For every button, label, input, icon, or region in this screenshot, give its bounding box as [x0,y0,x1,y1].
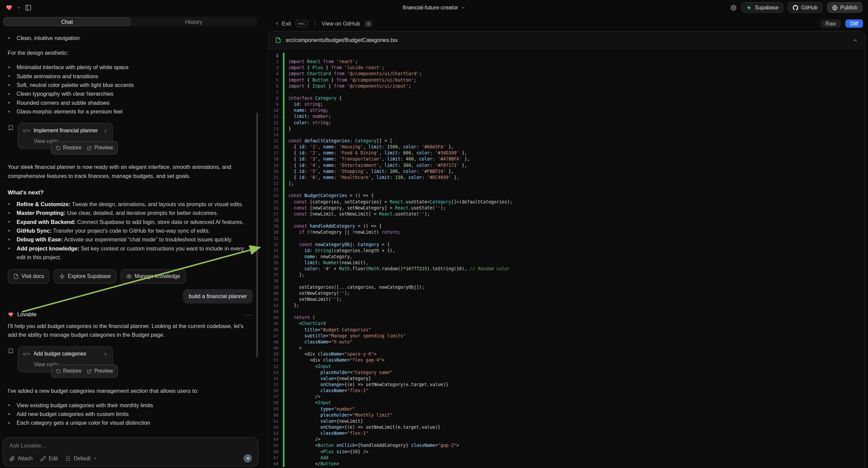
bullet-item: Minimalist interface with plenty of whit… [16,63,253,72]
added-bullet-list: View existing budget categories with the… [8,401,253,428]
settings-gear-icon[interactable] [731,4,737,11]
publish-label: Publish [840,4,857,10]
code-line: 38 [269,278,865,284]
chat-messages: Clean, intuitive navigation For the desi… [0,29,261,433]
code-line: 15const defaultCategories: Category[] = … [269,138,865,144]
manage-knowledge-button[interactable]: Manage knowledge [121,269,186,284]
bullet-item: Soft, neutral color palette with light b… [16,81,253,90]
next-step-item: Master Prompting: Use clear, detailed, a… [16,209,253,217]
code-line: 59 type="number" [269,406,865,412]
code-line: 40 setNewCategory(''); [269,290,865,296]
bookmark-icon[interactable] [8,124,14,130]
chevron-down-icon [93,456,97,460]
code-line: 24const BudgetCategories = () => { [269,193,865,199]
code-line: 51 <div className="flex gap-4"> [269,357,865,363]
tab-history[interactable]: History [130,17,257,26]
code-line: 4import ChartCard from '@/components/ui/… [269,71,865,77]
code-line: 68 </Button> [269,461,865,467]
exit-button[interactable]: Exit [275,21,291,27]
assistant-header: Lovable ··· [8,310,253,319]
code-line: 47 subtitle="Manage your spending limits… [269,333,865,339]
file-header[interactable]: src/components/budget/BudgetCategories.t… [269,32,865,49]
edit-button[interactable]: Edit [40,455,58,461]
file-icon [275,37,281,43]
raw-button[interactable]: Raw [820,20,841,28]
code-line: 66 <Plus size={16} /> [269,448,865,455]
next-step-item: Refine & Customize: Tweak the design, an… [16,200,253,209]
bullet-item: Clean typography with clear hierarchies [16,90,253,98]
divider [314,21,315,27]
code-line: 46 title="Budget Categories" [269,327,865,333]
sliders-icon [65,456,71,461]
mode-select[interactable]: Default [65,455,97,461]
code-line: 56 className="flex-1" [269,388,865,394]
restore-button[interactable]: Restore [56,143,82,152]
whats-next-heading: What's next? [8,188,253,196]
message-menu-icon[interactable]: ··· [245,310,253,319]
bullet-item: Add new budget categories with custom li… [16,410,253,419]
restore-icon [56,145,61,150]
topbar: financial-future-creator Supabase GitHub [0,0,868,15]
code-line: 54 value={newCategory} [269,376,865,382]
bullet-item: Clean, intuitive navigation [16,34,253,42]
code-line: 62 onChange={(e) => setNewLimit(e.target… [269,425,865,430]
visit-docs-label: Visit docs [22,272,44,281]
lovable-logo-icon[interactable] [5,4,12,11]
file-path: src/components/budget/BudgetCategories.t… [285,37,398,43]
attach-button[interactable]: Attach [9,455,33,461]
code-line: 57 /> [269,394,865,400]
explore-supabase-button[interactable]: Explore Supabase [54,269,117,284]
chat-tabs: Chat History [3,17,257,27]
collapse-chevron-up-icon[interactable] [852,37,858,42]
chat-scrollbar-thumb[interactable] [256,113,258,357]
code-line: 60 placeholder="Monthly limit" [269,412,865,418]
code-line: 52 <Input [269,363,865,369]
eye-icon [126,273,131,279]
code-line: 29 const handleAddCategory = () => { [269,223,865,229]
code-line: 20 { id: '5', name: 'Shopping', limit: 2… [269,169,865,175]
restore-button[interactable]: Restore [56,367,82,375]
github-count-badge: 6 [364,20,372,27]
code-line: 23 [269,187,865,193]
code-line: 12 color: string; [269,119,865,125]
view-on-github-button[interactable]: View on GitHub [322,21,360,27]
code-panel: src/components/budget/BudgetCategories.t… [268,31,865,468]
chat-panel: Chat History Clean, intuitive navigation… [0,15,261,468]
manage-knowledge-label: Manage knowledge [134,272,180,281]
app-window: financial-future-creator Supabase GitHub [0,0,868,468]
restore-icon [56,369,61,374]
preview-button[interactable]: Preview [87,143,113,152]
code-line: 6import { Input } from '@/components/ui/… [269,83,865,89]
added-paragraph: I've added a new budget categories manag… [8,387,253,396]
code-line: 61 value={newLimit} [269,418,865,425]
visit-docs-button[interactable]: Visit docs [8,269,50,284]
preview-button[interactable]: Preview [87,367,113,375]
code-line: 64 /> [269,436,865,442]
ready-paragraph: Your sleek financial planner is now read… [8,163,253,181]
send-button[interactable] [244,454,252,463]
github-button[interactable]: GitHub [788,2,823,13]
mode-label: Default [74,455,91,461]
sidebar-toggle-icon[interactable] [25,4,32,11]
attach-label: Attach [18,455,33,461]
quick-actions: Visit docs Explore Supabase Manage knowl… [8,269,253,284]
publish-button[interactable]: Publish [827,2,863,13]
next-step-item: Add project knowledge: Set key context o… [16,244,253,262]
next-step-item: Expand with Backend: Connect Supabase to… [16,217,253,226]
tab-chat[interactable]: Chat [3,17,130,26]
code-line: 36 color: '#' + Math.floor(Math.random()… [269,266,865,272]
code-line: 26 const [newCategory, setNewCategory] =… [269,205,865,211]
design-bullet-list: Minimalist interface with plenty of whit… [8,63,253,116]
supabase-label: Supabase [755,4,779,10]
code-line: 13} [269,126,865,132]
project-selector[interactable]: financial-future-creator [403,4,465,10]
bullet-item: View existing budget categories with the… [16,401,253,410]
chevron-down-icon[interactable] [17,5,21,10]
code-line: 39 setCategories([...categories, newCate… [269,284,865,290]
supabase-button[interactable]: Supabase [742,2,783,13]
bookmark-icon[interactable] [8,348,14,354]
code-line: 55 onChange={(e) => setNewCategory(e.tar… [269,382,865,388]
chat-input[interactable] [9,442,252,449]
diff-button[interactable]: Diff [845,20,863,28]
bullet-item: Rounded corners and subtle shadows [16,99,253,108]
